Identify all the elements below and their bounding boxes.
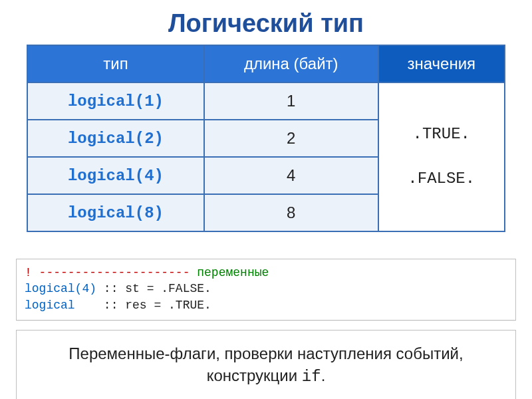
description-block: Переменные-флаги, проверки наступления с… [16,330,516,399]
code-comment: переменные [197,266,269,279]
slide: Логический тип тип длина (байт) значения… [0,0,532,399]
table-row: logical(1) 1 .TRUE. .FALSE. [27,82,505,120]
code-bang: ! [25,266,32,279]
code-line-2: logical(4) :: st = .FALSE. [25,281,507,297]
desc-tail: . [321,366,326,384]
cell-length: 8 [204,194,378,231]
cell-length: 2 [204,120,378,157]
code-rest: :: st = .FALSE. [96,282,211,295]
code-type: logical(4) [25,282,96,295]
col-header-values: значения [378,45,505,82]
cell-values: .TRUE. .FALSE. [378,82,505,231]
col-header-length: длина (байт) [204,45,378,82]
code-block: ! --------------------- переменные logic… [16,259,516,321]
cell-type: logical(4) [27,157,204,194]
code-pad [75,299,96,312]
cell-type: logical(1) [27,82,204,120]
desc-text: Переменные-флаги, проверки наступления с… [68,344,463,385]
code-line-3: logical :: res = .TRUE. [25,297,507,313]
cell-type: logical(8) [27,194,204,231]
type-table: тип длина (байт) значения logical(1) 1 .… [27,45,505,232]
code-line-1: ! --------------------- переменные [25,265,507,281]
code-rest: :: res = .TRUE. [96,299,211,312]
table-header-row: тип длина (байт) значения [27,45,505,82]
cell-type: logical(2) [27,120,204,157]
cell-length: 4 [204,157,378,194]
type-table-wrap: тип длина (байт) значения logical(1) 1 .… [0,45,532,245]
desc-mono: if [302,368,321,386]
col-header-type: тип [27,45,204,82]
code-type: logical [25,299,75,312]
code-dashes: --------------------- [32,266,197,279]
value-true: .TRUE. [379,117,505,152]
value-false: .FALSE. [379,162,505,197]
spacer [379,152,505,162]
page-title: Логический тип [0,0,532,45]
cell-length: 1 [204,82,378,120]
